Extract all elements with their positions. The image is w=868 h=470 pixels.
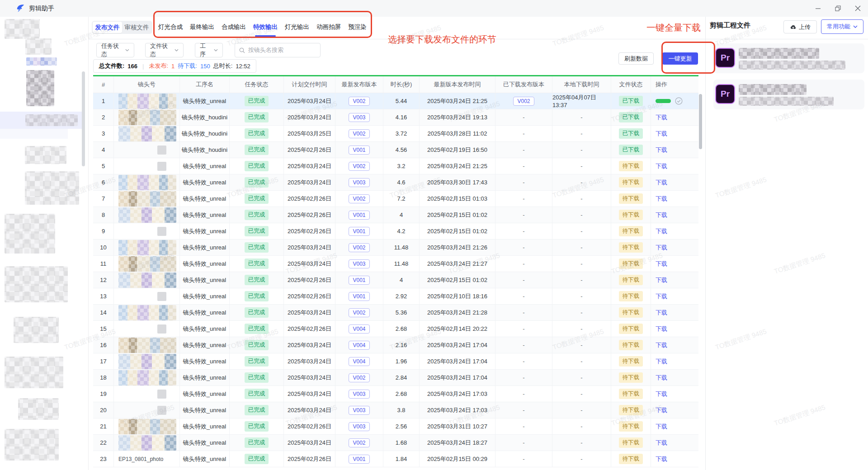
download-link[interactable]: 下载 xyxy=(656,260,667,268)
download-link[interactable]: 下载 xyxy=(656,146,667,154)
tab-review-files[interactable]: 审核文件 xyxy=(122,22,151,33)
download-link[interactable]: 下载 xyxy=(656,276,667,284)
action-cell: 下载 xyxy=(651,207,698,223)
table-row[interactable]: 11镜头特效_unreal已完成2025年03月24日V00311.482025… xyxy=(93,256,698,272)
table-row[interactable]: 7镜头特效_unreal已完成2025年02月26日V0027.22025年02… xyxy=(93,191,698,207)
download-link[interactable]: 下载 xyxy=(656,325,667,333)
download-link[interactable]: 下载 xyxy=(656,227,667,235)
local-download-time: - xyxy=(552,240,611,256)
process-filter[interactable]: 工序 xyxy=(195,43,223,57)
shot-thumbnail-blur xyxy=(118,354,176,369)
sidebar-scrollbar[interactable] xyxy=(82,71,85,166)
download-link[interactable]: 下载 xyxy=(656,113,667,122)
search-input[interactable]: 按镜头名搜索 xyxy=(235,43,321,57)
download-link[interactable]: 下载 xyxy=(656,374,667,382)
table-row[interactable]: 20镜头特效_unreal已完成2025年03月24日V0033.82025年0… xyxy=(93,402,698,418)
table-row[interactable]: 13镜头特效_unreal已完成2025年02月26日V0012.922025年… xyxy=(93,288,698,305)
table-row[interactable]: 4镜头特效_houdini已完成2025年02月26日V0014.562025年… xyxy=(93,142,698,158)
shot-cell xyxy=(114,240,180,256)
shot-thumbnail-blur xyxy=(118,419,176,434)
table-row[interactable]: 8镜头特效_unreal已完成2025年02月26日V00142025年02月1… xyxy=(93,207,698,223)
download-link[interactable]: 下载 xyxy=(656,244,667,252)
download-link[interactable]: 下载 xyxy=(656,390,667,398)
file-status-cell: 已下载 xyxy=(611,109,651,126)
file-status-badge: 待下载 xyxy=(619,275,643,285)
sidebar-selected-label-blur xyxy=(25,114,78,126)
table-row[interactable]: 17镜头特效_unreal已完成2025年03月24日V0041.962025年… xyxy=(93,353,698,370)
restore-icon[interactable] xyxy=(831,2,844,15)
process-tab-7[interactable]: 预渲染 xyxy=(348,21,367,37)
file-status-cell: 待下载 xyxy=(611,321,651,337)
download-link[interactable]: 下载 xyxy=(656,130,667,138)
table-row[interactable]: 1镜头特效_unreal已完成2025年03月24日V0025.442025年0… xyxy=(93,93,698,109)
process-tab-1[interactable]: 灯光合成 xyxy=(158,21,183,37)
column-header-10: 文件状态 xyxy=(611,76,651,93)
close-icon[interactable] xyxy=(851,2,864,15)
process-name: 镜头特效_unreal xyxy=(180,402,230,418)
common-functions-button[interactable]: 常用功能 xyxy=(821,19,863,34)
task-status-cell: 已完成 xyxy=(230,142,284,158)
table-row[interactable]: 15镜头特效_unreal已完成2025年02月26日V0042.682025年… xyxy=(93,321,698,337)
upload-button[interactable]: 上传 xyxy=(783,20,817,33)
process-name: 镜头特效_houdini xyxy=(180,126,230,142)
file-status-cell: 待下载 xyxy=(611,305,651,321)
download-link[interactable]: 下载 xyxy=(656,309,667,317)
table-row[interactable]: 12镜头特效_unreal已完成2025年02月26日V00142025年02月… xyxy=(93,272,698,288)
tab-publish-files[interactable]: 发布文件 xyxy=(93,22,122,33)
latest-version-cell: V002 xyxy=(335,93,383,109)
update-all-button[interactable]: 一键更新 xyxy=(662,52,698,65)
table-scrollbar[interactable] xyxy=(699,94,702,149)
table-row[interactable]: 18镜头特效_unreal已完成2025年03月24日V0022.842025年… xyxy=(93,370,698,386)
download-link[interactable]: 下载 xyxy=(656,179,667,187)
shot-thumbnail-blur xyxy=(118,256,176,272)
download-link[interactable]: 下载 xyxy=(656,455,667,463)
published-time: 2025年03月24日 17:03 xyxy=(420,402,495,418)
download-link[interactable]: 下载 xyxy=(656,357,667,366)
project-file-card[interactable]: Pr xyxy=(713,80,864,109)
download-link[interactable]: 下载 xyxy=(656,195,667,203)
table-row[interactable]: 19镜头特效_unreal已完成2025年03月24日V0032.682025年… xyxy=(93,386,698,402)
due-date: 2025年03月24日 xyxy=(284,386,335,402)
downloaded-version-cell: V002 xyxy=(495,93,552,109)
download-link[interactable]: 下载 xyxy=(656,341,667,349)
sidebar-selected-item[interactable] xyxy=(0,112,82,129)
download-link[interactable]: 下载 xyxy=(656,211,667,219)
task-status-cell: 已完成 xyxy=(230,272,284,288)
project-file-card[interactable]: Pr xyxy=(713,43,864,73)
process-tab-5[interactable]: 灯光输出 xyxy=(285,21,309,37)
table-row[interactable]: 14镜头特效_unreal已完成2025年03月24日V0025.362025年… xyxy=(93,305,698,321)
sidebar-blurred-item xyxy=(25,38,52,55)
download-link[interactable]: 下载 xyxy=(656,162,667,170)
download-link[interactable]: 下载 xyxy=(656,439,667,447)
minimize-icon[interactable] xyxy=(811,2,825,15)
table-row[interactable]: 22镜头特效_unreal已完成2025年03月24日V0021.682025年… xyxy=(93,435,698,451)
table-row[interactable]: 3镜头特效_houdini已完成2025年03月25日V0023.722025年… xyxy=(93,126,698,142)
file-status-badge: 待下载 xyxy=(619,177,643,188)
download-link[interactable]: 下载 xyxy=(656,292,667,301)
table-body: 1镜头特效_unreal已完成2025年03月24日V0025.442025年0… xyxy=(93,93,698,467)
refresh-button[interactable]: 刷新数据 xyxy=(618,52,654,65)
stats-divider: | xyxy=(142,63,144,70)
table-row[interactable]: 2镜头特效_houdini已完成2025年03月24日V0034.162025年… xyxy=(93,109,698,126)
process-tab-6[interactable]: 动画拍屏 xyxy=(316,21,341,37)
table-row[interactable]: 9镜头特效_unreal已完成2025年02月26日V0014.22025年02… xyxy=(93,223,698,240)
process-tab-4[interactable]: 特效输出 xyxy=(253,21,278,37)
download-link[interactable]: 下载 xyxy=(656,406,667,414)
file-status-badge: 待下载 xyxy=(619,193,643,204)
table-row[interactable]: 5镜头特效_unreal已完成2025年03月24日V0023.22025年03… xyxy=(93,158,698,174)
table-row[interactable]: 16镜头特效_unreal已完成2025年03月24日V0042.162025年… xyxy=(93,337,698,353)
file-status-filter[interactable]: 文件状态 xyxy=(145,43,184,57)
process-tab-2[interactable]: 最终输出 xyxy=(190,21,214,37)
task-status-filter[interactable]: 任务状态 xyxy=(96,43,134,57)
table-row[interactable]: 10镜头特效_unreal已完成2025年03月24日V00211.482025… xyxy=(93,240,698,256)
chevron-down-icon xyxy=(125,49,129,52)
local-download-time: - xyxy=(552,435,611,451)
download-link[interactable]: 下载 xyxy=(656,423,667,431)
task-status-cell: 已完成 xyxy=(230,126,284,142)
watermark-text: TO数据管理 9485 xyxy=(714,327,768,352)
table-row[interactable]: 23EP13_0801_photo镜头特效_unreal已完成2025年02月2… xyxy=(93,451,698,467)
process-tab-3[interactable]: 合成输出 xyxy=(222,21,246,37)
table-row[interactable]: 6镜头特效_unreal已完成2025年03月24日V0034.62025年03… xyxy=(93,174,698,191)
process-name: 镜头特效_unreal xyxy=(180,93,230,109)
table-row[interactable]: 21镜头特效_unreal已完成2025年02月26日V0032.562025年… xyxy=(93,418,698,435)
